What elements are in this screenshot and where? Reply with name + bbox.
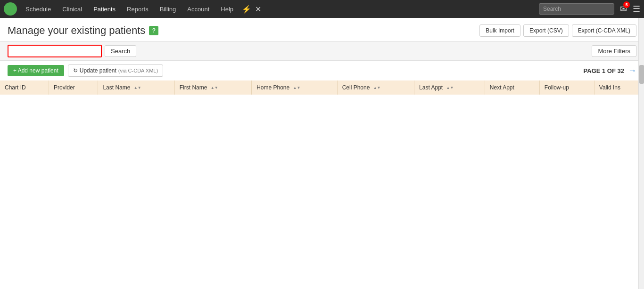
patient-search-input[interactable] — [8, 45, 102, 57]
col-chart-id-label: Chart ID — [5, 84, 26, 91]
notification-badge: 5 — [623, 1, 630, 8]
actions-row: + Add new patient ↻ Update patient (via … — [0, 61, 644, 80]
col-home-phone-sort-icon[interactable]: ▲▼ — [293, 86, 301, 90]
nav-billing[interactable]: Billing — [155, 3, 181, 16]
lightning-icon[interactable]: ⚡ — [242, 5, 251, 14]
nav-account[interactable]: Account — [182, 3, 214, 16]
actions-left: + Add new patient ↻ Update patient (via … — [8, 64, 163, 77]
page-title-area: Manage your existing patients ? — [8, 24, 158, 37]
update-patient-suffix: (via C-CDA XML) — [118, 68, 158, 73]
pagination-label: PAGE 1 OF 32 — [584, 67, 624, 74]
col-follow-up[interactable]: Follow-up — [539, 80, 594, 95]
filter-row: Search More Filters — [0, 41, 644, 61]
col-next-appt-label: Next Appt — [490, 84, 514, 91]
patients-table: Chart ID Provider Last Name ▲▼ First Nam… — [0, 80, 644, 95]
col-valid-ins[interactable]: Valid Ins — [594, 80, 644, 95]
close-icon[interactable]: ✕ — [255, 5, 261, 14]
hamburger-menu-icon[interactable]: ☰ — [633, 4, 640, 14]
update-patient-button[interactable]: ↻ Update patient (via C-CDA XML) — [68, 64, 163, 77]
nav-reports[interactable]: Reports — [122, 3, 153, 16]
col-first-name-sort-icon[interactable]: ▲▼ — [211, 86, 218, 90]
col-valid-ins-label: Valid Ins — [599, 84, 620, 91]
col-chart-id[interactable]: Chart ID — [0, 80, 49, 95]
export-ccdaxml-button[interactable]: Export (C-CDA XML) — [572, 24, 636, 37]
nav-clinical[interactable]: Clinical — [58, 3, 87, 16]
global-search-input[interactable] — [539, 3, 614, 15]
scrollbar-thumb[interactable] — [639, 65, 644, 84]
page-title: Manage your existing patients — [8, 24, 145, 37]
notifications-bell[interactable]: ✉ 5 — [620, 4, 627, 14]
update-patient-label: Update patient — [80, 67, 116, 74]
col-last-appt-sort-icon[interactable]: ▲▼ — [446, 86, 454, 90]
col-last-name[interactable]: Last Name ▲▼ — [98, 80, 174, 95]
page-actions: Bulk Import Export (CSV) Export (C-CDA X… — [479, 24, 636, 37]
pagination-next-icon[interactable]: → — [628, 66, 636, 76]
nav-schedule[interactable]: Schedule — [21, 3, 56, 16]
more-filters-button[interactable]: More Filters — [592, 45, 636, 57]
pagination-area: PAGE 1 OF 32 → — [584, 66, 636, 76]
nav-patients[interactable]: Patients — [89, 3, 120, 16]
col-last-name-label: Last Name — [103, 84, 130, 91]
col-cell-phone-label: Cell Phone — [342, 84, 370, 91]
col-last-appt[interactable]: Last Appt ▲▼ — [414, 80, 485, 95]
patients-table-container: Chart ID Provider Last Name ▲▼ First Nam… — [0, 80, 644, 257]
nav-help[interactable]: Help — [216, 3, 238, 16]
col-follow-up-label: Follow-up — [545, 84, 569, 91]
filter-left: Search — [8, 45, 136, 57]
export-csv-button[interactable]: Export (CSV) — [523, 24, 569, 37]
app-logo[interactable] — [4, 2, 17, 16]
col-provider-label: Provider — [54, 84, 75, 91]
search-button[interactable]: Search — [105, 45, 136, 57]
col-next-appt[interactable]: Next Appt — [485, 80, 539, 95]
col-home-phone-label: Home Phone — [256, 84, 289, 91]
scrollbar[interactable] — [638, 18, 644, 257]
add-new-patient-button[interactable]: + Add new patient — [8, 65, 64, 76]
page-header: Manage your existing patients ? Bulk Imp… — [0, 18, 644, 41]
top-nav: Schedule Clinical Patients Reports Billi… — [0, 0, 644, 18]
nav-icons: ✉ 5 ☰ — [620, 4, 640, 14]
col-first-name-label: First Name — [180, 84, 207, 91]
table-header-row: Chart ID Provider Last Name ▲▼ First Nam… — [0, 80, 644, 95]
sync-icon: ↻ — [73, 67, 78, 74]
col-home-phone[interactable]: Home Phone ▲▼ — [252, 80, 337, 95]
col-provider[interactable]: Provider — [49, 80, 98, 95]
col-cell-phone-sort-icon[interactable]: ▲▼ — [373, 86, 381, 90]
col-cell-phone[interactable]: Cell Phone ▲▼ — [337, 80, 414, 95]
col-last-appt-label: Last Appt — [419, 84, 443, 91]
col-first-name[interactable]: First Name ▲▼ — [174, 80, 251, 95]
table-header: Chart ID Provider Last Name ▲▼ First Nam… — [0, 80, 644, 95]
bulk-import-button[interactable]: Bulk Import — [479, 24, 520, 37]
col-last-name-sort-icon[interactable]: ▲▼ — [134, 86, 141, 90]
help-icon[interactable]: ? — [149, 26, 158, 35]
